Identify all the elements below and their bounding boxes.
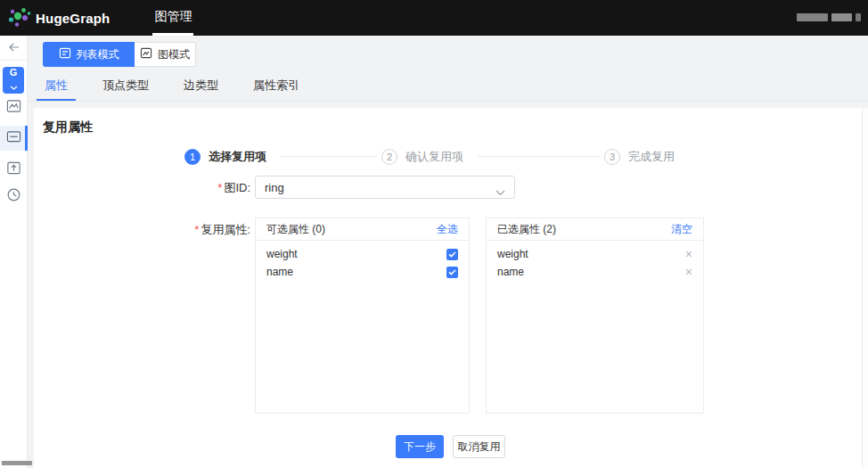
selected-panel-body: weight × name ×	[487, 241, 703, 281]
tab-property[interactable]: 属性	[37, 73, 76, 101]
tab-edge-type[interactable]: 边类型	[176, 73, 226, 101]
tab-label: 属性	[45, 78, 68, 92]
hugegraph-logo[interactable]: HugeGraph	[7, 4, 110, 32]
clear-all-link[interactable]: 清空	[671, 222, 692, 237]
redacted-block	[831, 13, 852, 21]
image-icon	[140, 47, 152, 62]
required-mark: *	[217, 181, 222, 194]
sidebar-item-analysis[interactable]	[0, 98, 27, 118]
step-3: 3 完成复用	[604, 149, 675, 165]
selected-panel-title: 已选属性 (2)	[497, 222, 556, 237]
list-item: weight ×	[487, 245, 703, 263]
brand-name: HugeGraph	[36, 11, 110, 26]
tab-property-index[interactable]: 属性索引	[245, 73, 307, 101]
selected-count: (2)	[543, 223, 556, 235]
schema-tabs: 属性 顶点类型 边类型 属性索引	[37, 73, 326, 101]
reuse-property-panel: 复用属性 1 选择复用项 2 确认复用项 3 完成复用 *图ID: ring *…	[34, 108, 862, 468]
list-mode-label: 列表模式	[77, 47, 119, 62]
sidebar-item-tasks[interactable]	[0, 186, 27, 206]
chevron-down-icon	[495, 185, 505, 199]
sidebar-item-import[interactable]	[0, 160, 27, 179]
step-3-circle: 3	[604, 149, 620, 165]
select-all-link[interactable]: 全选	[437, 222, 458, 237]
property-name: name	[497, 266, 524, 278]
user-info-redacted	[797, 13, 861, 21]
step-connector	[281, 156, 377, 157]
list-item: name	[256, 263, 469, 281]
upload-icon	[6, 160, 21, 179]
chevron-down-icon	[10, 78, 18, 94]
x-icon[interactable]: ×	[685, 266, 692, 278]
list-item: weight	[256, 245, 469, 263]
step-1: 1 选择复用项	[184, 149, 266, 165]
arrow-left-icon	[7, 41, 20, 57]
sidebar: G	[0, 36, 28, 468]
required-mark: *	[194, 223, 199, 236]
step-1-label: 选择复用项	[209, 149, 266, 165]
checkbox-checked[interactable]	[446, 249, 458, 260]
graph-mode-label: 图模式	[158, 47, 190, 62]
graph-badge-label: G	[10, 67, 18, 78]
step-2: 2 确认复用项	[381, 149, 463, 165]
graph-id-value: ring	[265, 181, 284, 194]
view-mode-switch: 列表模式 图模式	[43, 42, 196, 67]
selected-panel-header: 已选属性 (2) 清空	[487, 218, 703, 241]
sidebar-collapse-button[interactable]	[0, 41, 27, 57]
graph-id-label-text: 图ID:	[224, 181, 250, 194]
property-name: weight	[266, 248, 298, 260]
image-icon	[6, 99, 21, 117]
available-properties-panel: 可选属性 (0) 全选 weight name	[255, 218, 470, 414]
version-redacted	[2, 461, 32, 465]
list-card-icon	[6, 129, 21, 147]
scrollbar-track[interactable]	[862, 108, 868, 468]
tab-label: 顶点类型	[102, 78, 149, 92]
property-name: name	[266, 266, 293, 278]
selected-properties-panel: 已选属性 (2) 清空 weight × name ×	[486, 218, 704, 414]
property-name: weight	[497, 248, 528, 260]
reuse-property-label-text: 复用属性:	[201, 223, 250, 236]
tab-label: 边类型	[184, 78, 218, 92]
tab-label: 属性索引	[253, 78, 299, 92]
sidebar-divider	[0, 60, 27, 61]
available-panel-body: weight name	[256, 241, 469, 281]
step-3-label: 完成复用	[628, 149, 675, 165]
available-count: (0)	[312, 223, 325, 235]
reuse-property-label: *复用属性:	[136, 222, 250, 238]
header-section: 列表模式 图模式 属性 顶点类型 边类型 属性索引	[28, 36, 868, 102]
available-panel-header: 可选属性 (0) 全选	[256, 218, 469, 241]
graph-mode-button[interactable]: 图模式	[135, 42, 196, 67]
topbar: HugeGraph 图管理	[0, 0, 868, 36]
list-icon	[59, 47, 71, 62]
graph-id-label: *图ID:	[136, 180, 250, 196]
nav-label: 图管理	[154, 9, 192, 23]
redacted-block	[856, 13, 861, 21]
graph-selector-badge[interactable]: G	[3, 67, 24, 94]
nav-graph-management[interactable]: 图管理	[152, 0, 193, 36]
page-title: 复用属性	[43, 119, 93, 135]
available-title-text: 可选属性	[266, 223, 309, 235]
clock-icon	[6, 187, 21, 206]
sidebar-active-indicator	[25, 126, 28, 151]
list-item: name ×	[487, 263, 703, 281]
step-2-label: 确认复用项	[405, 149, 463, 165]
tab-vertex-type[interactable]: 顶点类型	[94, 73, 157, 101]
step-connector	[478, 156, 601, 157]
logo-dots-icon	[7, 4, 31, 32]
list-mode-button[interactable]: 列表模式	[43, 42, 135, 67]
redacted-block	[797, 13, 828, 21]
cancel-reuse-button[interactable]: 取消复用	[453, 435, 505, 458]
graph-id-select[interactable]: ring	[255, 176, 515, 199]
step-2-circle: 2	[381, 149, 397, 165]
selected-title-text: 已选属性	[497, 223, 540, 235]
sidebar-item-metadata[interactable]	[0, 126, 27, 151]
x-icon[interactable]: ×	[685, 248, 692, 260]
checkbox-checked[interactable]	[446, 267, 458, 278]
next-step-button[interactable]: 下一步	[396, 435, 444, 458]
step-1-circle: 1	[184, 149, 201, 165]
available-panel-title: 可选属性 (0)	[266, 222, 325, 237]
